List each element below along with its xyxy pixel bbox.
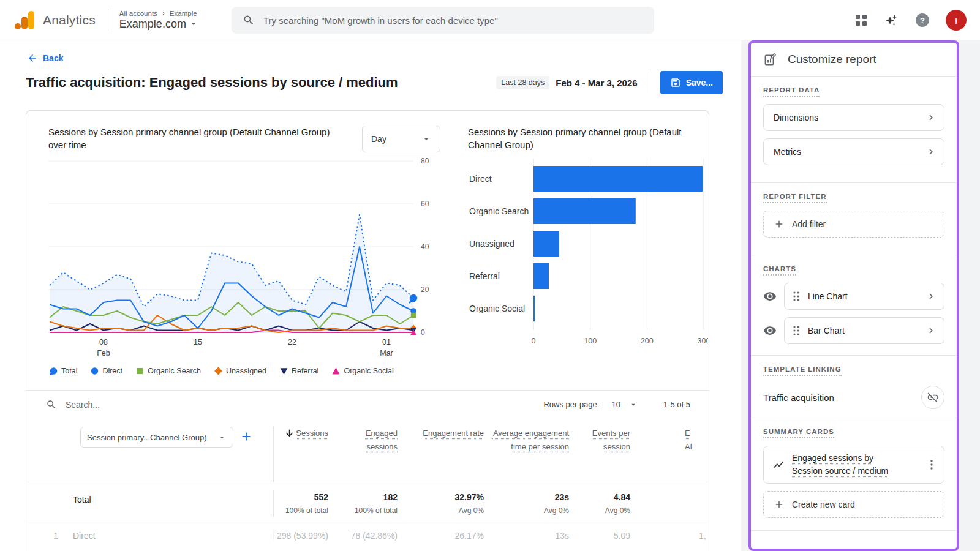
rows-per-page-select[interactable]: 10	[611, 400, 637, 409]
section-charts: CHARTS	[763, 265, 796, 276]
template-linking-row: Traffic acquisition	[763, 386, 944, 409]
line-chart-row[interactable]: Line Chart	[784, 283, 944, 310]
svg-text:22: 22	[288, 338, 296, 347]
svg-text:40: 40	[421, 242, 429, 251]
create-new-card-button[interactable]: Create new card	[763, 491, 944, 518]
column-header-clipped[interactable]: E Al	[639, 427, 709, 482]
add-filter-button[interactable]: Add filter	[763, 211, 944, 238]
apps-grid-icon[interactable]	[854, 13, 869, 28]
metrics-row[interactable]: Metrics	[763, 138, 944, 165]
help-icon[interactable]: ?	[915, 13, 930, 28]
plus-icon	[774, 499, 785, 510]
legend-marker-triangle-up	[332, 367, 340, 375]
visibility-eye-icon[interactable]	[763, 324, 777, 337]
bar-chart-title: Sessions by Session primary channel grou…	[468, 126, 690, 151]
line-chart-block: Sessions by Session primary channel grou…	[48, 126, 440, 390]
template-name: Traffic acquisition	[763, 392, 921, 403]
pagination-status: 1-5 of 5	[663, 400, 690, 409]
svg-text:Organic Social: Organic Social	[469, 304, 525, 313]
account-breadcrumb[interactable]: All accounts Example Example.com	[119, 10, 198, 31]
column-header-events-per-session[interactable]: Events per session	[578, 427, 639, 482]
search-icon	[46, 399, 57, 410]
row-events-per-session: 5.09	[578, 531, 639, 541]
legend-marker-circle	[91, 367, 99, 375]
drag-handle-icon[interactable]	[792, 291, 801, 302]
interval-select[interactable]: Day	[362, 126, 440, 152]
table-toolbar: Search... Rows per page: 10 1-5 of 5	[26, 390, 709, 418]
rows-per-page-value: 10	[611, 400, 620, 409]
column-header-avg-engagement-time[interactable]: Average engagement time per session	[492, 427, 578, 482]
table-total-row: Total 552100% of total 182100% of total …	[26, 482, 709, 523]
bar-chart-row[interactable]: Bar Chart	[784, 317, 944, 344]
link-off-icon	[927, 391, 939, 403]
search-icon	[243, 14, 255, 26]
svg-text:Direct: Direct	[469, 174, 492, 184]
caret-down-icon	[421, 134, 431, 144]
product-name: Analytics	[43, 13, 96, 28]
table-search[interactable]: Search...	[46, 399, 543, 410]
section-report-data: REPORT DATA	[763, 86, 820, 97]
column-header-engagement-rate[interactable]: Engagement rate	[406, 427, 492, 482]
line-chart-setting-row: Line Chart	[763, 283, 944, 310]
legend-item: Organic Social	[332, 367, 393, 375]
kebab-menu-icon[interactable]	[924, 457, 939, 472]
svg-text:Organic Search: Organic Search	[469, 206, 529, 216]
section-report-filter: REPORT FILTER	[763, 193, 827, 203]
interval-select-value: Day	[371, 134, 421, 144]
add-dimension-button[interactable]	[239, 430, 253, 443]
caret-down-icon	[217, 433, 227, 442]
back-arrow-icon	[27, 53, 38, 64]
dimension-select[interactable]: Session primary...Channel Group)	[80, 427, 233, 448]
breadcrumb-account: All accounts	[119, 10, 157, 17]
table-search-placeholder: Search...	[66, 400, 100, 410]
table-header-row: Session primary...Channel Group) Session…	[26, 418, 709, 482]
back-link[interactable]: Back	[27, 53, 63, 64]
plus-icon	[239, 430, 253, 443]
analytics-logo[interactable]: Analytics	[0, 11, 96, 29]
svg-text:100: 100	[584, 337, 597, 345]
legend-marker-diamond	[214, 367, 222, 375]
column-header-sessions[interactable]: Sessions	[273, 427, 337, 482]
dimension-select-value: Session primary...Channel Group)	[87, 433, 217, 442]
legend-marker-pin	[50, 367, 58, 375]
date-preset-chip[interactable]: Last 28 days	[496, 76, 549, 89]
global-search[interactable]: Try searching "MoM growth in users for e…	[232, 7, 654, 34]
charts-row: Sessions by Session primary channel grou…	[26, 111, 709, 390]
avatar-initial: I	[955, 15, 957, 26]
toolbar-divider	[649, 72, 649, 93]
total-events-per-session: 4.84Avg 0%	[578, 490, 639, 517]
unlink-template-button[interactable]	[921, 386, 944, 409]
svg-text:Mar: Mar	[380, 349, 393, 358]
chevron-right-icon	[925, 112, 937, 123]
property-name: Example.com	[119, 18, 186, 31]
drag-handle-icon[interactable]	[792, 325, 801, 336]
page-title: Traffic acquisition: Engaged sessions by…	[26, 75, 398, 91]
save-button[interactable]: Save...	[660, 71, 723, 94]
legend-marker-square	[136, 367, 144, 375]
ga-app: Analytics All accounts Example Example.c…	[0, 0, 980, 551]
summary-card[interactable]: Engaged sessions by Session source / med…	[763, 446, 944, 484]
gemini-sparkle-icon[interactable]	[884, 13, 899, 28]
row-clipped-value: 1,	[639, 531, 709, 541]
svg-text:Referral: Referral	[469, 271, 500, 281]
save-icon	[670, 77, 681, 88]
visibility-eye-icon[interactable]	[763, 290, 777, 303]
svg-text:08: 08	[99, 338, 108, 347]
dimensions-row[interactable]: Dimensions	[763, 104, 944, 131]
row-avg-engagement-time: 13s	[492, 531, 578, 541]
panel-title: Customize report	[788, 53, 876, 66]
chevron-right-icon	[925, 146, 937, 157]
plus-icon	[774, 219, 785, 230]
bar-chart-svg: 0100200300DirectOrganic SearchUnassigned…	[468, 157, 708, 351]
legend-item: Organic Search	[136, 367, 201, 375]
svg-text:200: 200	[641, 337, 654, 345]
back-label: Back	[43, 53, 63, 63]
column-header-engaged-sessions[interactable]: Engaged sessions	[337, 427, 406, 482]
global-search-placeholder: Try searching "MoM growth in users for e…	[263, 15, 498, 26]
svg-text:15: 15	[194, 338, 202, 347]
svg-text:80: 80	[421, 157, 429, 165]
table-row[interactable]: 1 Direct 298 (53.99%) 78 (42.86%) 26.17%…	[26, 523, 709, 541]
avatar[interactable]: I	[946, 10, 967, 31]
svg-text:300: 300	[698, 337, 708, 345]
date-range[interactable]: Feb 4 - Mar 3, 2026	[556, 78, 637, 88]
